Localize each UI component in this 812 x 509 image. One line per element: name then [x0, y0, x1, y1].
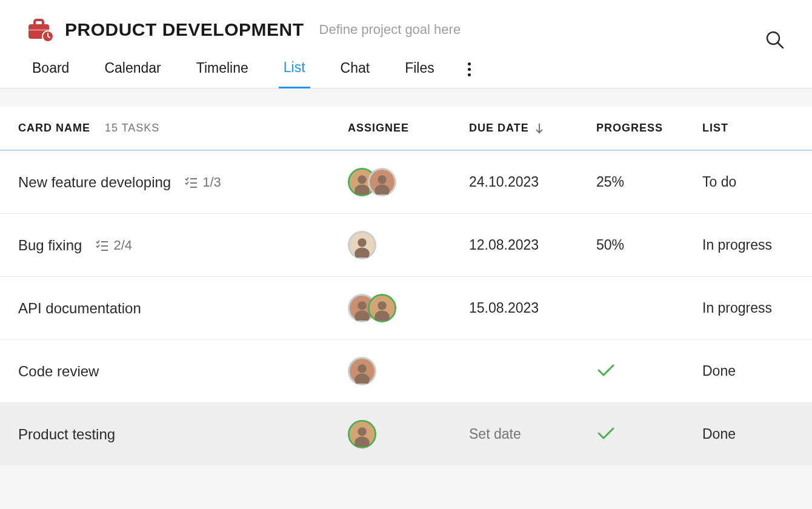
col-header-assignee[interactable]: ASSIGNEE [348, 122, 469, 135]
table-row[interactable]: Product testing Set date Done [0, 403, 812, 465]
tab-list[interactable]: List [279, 50, 310, 88]
due-date-cell[interactable]: Set date [469, 426, 521, 442]
progress-cell: 50% [596, 237, 624, 253]
avatar[interactable] [368, 168, 396, 196]
subtask-count[interactable]: 2/4 [95, 238, 132, 253]
list-status-cell[interactable]: To do [702, 174, 736, 190]
avatar[interactable] [348, 357, 376, 385]
briefcase-icon [27, 18, 54, 41]
svg-line-5 [778, 43, 783, 48]
assignee-avatars[interactable] [348, 420, 469, 448]
task-name: New feature developing [18, 174, 171, 191]
avatar[interactable] [348, 231, 376, 259]
tab-timeline[interactable]: Timeline [191, 51, 253, 87]
table-row[interactable]: Bug fixing 2/4 12.08.202350%In progress [0, 214, 812, 277]
tab-calendar[interactable]: Calendar [99, 51, 165, 87]
assignee-avatars[interactable] [348, 168, 469, 196]
col-header-list[interactable]: LIST [702, 122, 804, 135]
due-date-cell[interactable]: 15.08.2023 [469, 300, 539, 316]
list-status-cell[interactable]: Done [702, 363, 736, 379]
assignee-avatars[interactable] [348, 231, 469, 259]
task-name: Code review [18, 363, 99, 380]
col-header-progress[interactable]: PROGRESS [596, 122, 702, 135]
svg-rect-1 [35, 20, 43, 25]
list-status-cell[interactable]: Done [702, 426, 736, 442]
progress-cell: 25% [596, 174, 624, 190]
list-status-cell[interactable]: In progress [702, 300, 772, 316]
due-date-cell[interactable]: 24.10.2023 [469, 174, 539, 190]
tasks-count: 15 TASKS [105, 122, 159, 135]
svg-point-39 [358, 427, 366, 436]
table-row[interactable]: API documentation 15.08.2023In progress [0, 277, 812, 340]
table-row[interactable]: Code review Done [0, 340, 812, 403]
done-check-icon [596, 432, 616, 442]
tab-board[interactable]: Board [27, 51, 74, 87]
task-name: API documentation [18, 300, 141, 317]
subtask-count[interactable]: 1/3 [184, 175, 221, 190]
task-name: Bug fixing [18, 237, 82, 254]
sort-down-icon [535, 122, 544, 135]
task-name: Product testing [18, 426, 115, 443]
svg-point-23 [358, 238, 366, 247]
col-header-card-name[interactable]: CARD NAME [18, 122, 90, 135]
list-status-cell[interactable]: In progress [702, 237, 772, 253]
svg-point-27 [358, 301, 366, 310]
table-row[interactable]: New feature developing 1/3 24.10.202325%… [0, 151, 812, 214]
more-menu-button[interactable] [465, 56, 474, 82]
checklist-icon [95, 239, 108, 252]
svg-point-12 [358, 175, 366, 184]
svg-point-35 [358, 364, 366, 373]
project-title[interactable]: PRODUCT DEVELOPMENT [65, 19, 304, 40]
svg-point-4 [767, 32, 779, 44]
col-header-due-date[interactable]: DUE DATE [469, 122, 596, 135]
table-header-row: CARD NAME 15 TASKS ASSIGNEE DUE DATE PRO… [0, 107, 812, 151]
avatar[interactable] [368, 294, 396, 322]
task-table: CARD NAME 15 TASKS ASSIGNEE DUE DATE PRO… [0, 107, 812, 465]
due-date-cell[interactable]: 12.08.2023 [469, 237, 539, 253]
search-button[interactable] [765, 30, 785, 52]
search-icon [765, 30, 785, 50]
svg-point-16 [378, 175, 386, 184]
checklist-icon [184, 176, 198, 189]
done-check-icon [596, 369, 616, 379]
project-subtitle[interactable]: Define project goal here [319, 22, 461, 38]
tab-chat[interactable]: Chat [336, 51, 375, 87]
tab-files[interactable]: Files [400, 51, 439, 87]
project-header: PRODUCT DEVELOPMENT Define project goal … [0, 0, 812, 50]
svg-point-31 [378, 301, 386, 310]
assignee-avatars[interactable] [348, 294, 469, 322]
assignee-avatars[interactable] [348, 357, 469, 385]
due-date-header-text: DUE DATE [469, 122, 529, 135]
avatar[interactable] [348, 420, 376, 448]
view-tabs: BoardCalendarTimelineListChatFiles [0, 50, 812, 88]
